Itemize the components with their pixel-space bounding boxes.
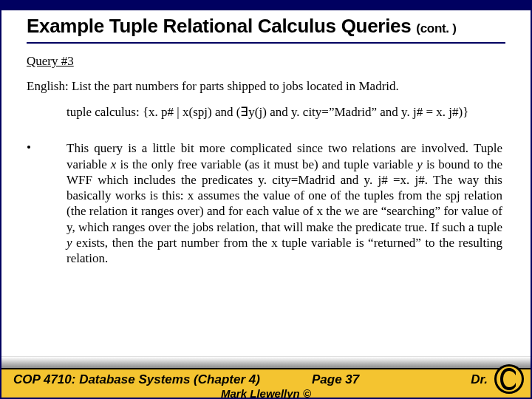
- tuple-expression: {x. p# | x(spj) and (∃y(j) and y. city=”…: [143, 105, 468, 119]
- footer-page: Page 37: [312, 372, 359, 387]
- slide-content: Example Tuple Relational Calculus Querie…: [1, 10, 531, 266]
- top-accent-bar: [1, 1, 531, 10]
- footer-course: COP 4710: Database Systems (Chapter 4): [1, 369, 260, 387]
- explanation-text: This query is a little bit more complica…: [66, 140, 505, 266]
- query-label: Query #3: [27, 54, 505, 69]
- body-var-y2: y: [66, 236, 72, 250]
- footer-bar: COP 4710: Database Systems (Chapter 4) P…: [1, 368, 531, 398]
- slide-title: Example Tuple Relational Calculus Querie…: [27, 15, 505, 44]
- body-seg-4: exists, then the part number from the x …: [66, 236, 502, 265]
- explanation-row: • This query is a little bit more compli…: [27, 140, 505, 266]
- english-line: English: List the part numbers for parts…: [27, 79, 505, 94]
- slide: Example Tuple Relational Calculus Querie…: [0, 0, 532, 399]
- footer: COP 4710: Database Systems (Chapter 4) P…: [1, 356, 531, 398]
- footer-instructor: Dr.: [471, 372, 488, 387]
- tuple-prefix: tuple calculus:: [66, 105, 143, 119]
- title-cont: (cont. ): [416, 21, 456, 35]
- bullet: •: [27, 140, 66, 266]
- footer-author: Mark Llewellyn ©: [1, 387, 531, 399]
- english-text: List the part numbers for parts shipped …: [72, 79, 399, 93]
- footer-gradient: [1, 356, 531, 368]
- title-main: Example Tuple Relational Calculus Querie…: [27, 15, 416, 37]
- tuple-calculus-block: tuple calculus: {x. p# | x(spj) and (∃y(…: [66, 104, 498, 120]
- ucf-logo-icon: [494, 364, 525, 395]
- body-var-y: y: [417, 157, 423, 171]
- body-seg-2: is the only free variable (as it must be…: [116, 157, 417, 171]
- english-prefix: English:: [27, 79, 72, 93]
